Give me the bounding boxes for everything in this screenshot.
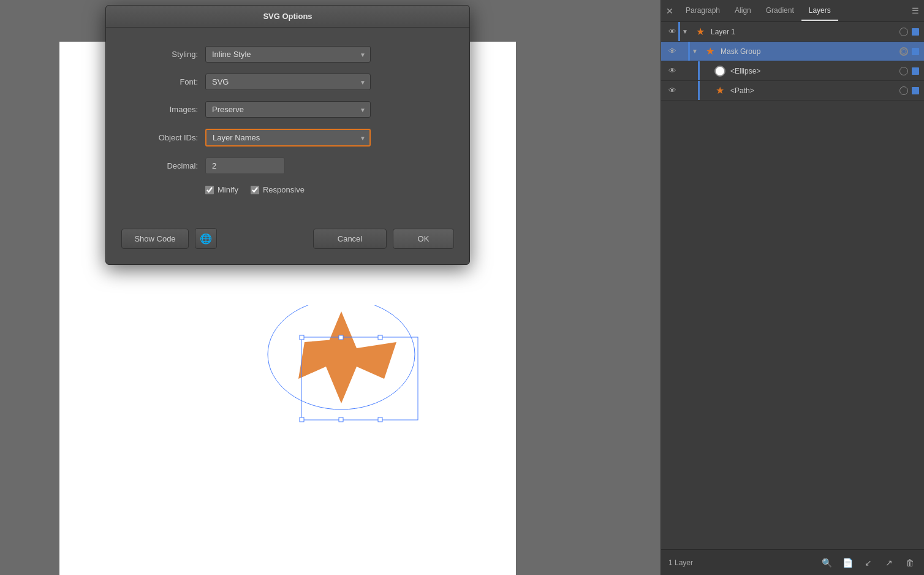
layer-target-circle-layer1[interactable] [899,28,908,36]
cancel-button[interactable]: Cancel [313,229,387,249]
layer-name-maskgroup: Mask Group [721,47,899,56]
layer-controls-layer1 [899,28,919,36]
object-ids-label: Object IDs: [131,133,198,142]
layer-item-maskgroup[interactable]: 👁 ▼ ★ Mask Group [661,42,924,61]
layer-color-square-maskgroup [912,48,919,55]
images-select[interactable]: Preserve [205,101,371,118]
svg-rect-7 [378,417,382,422]
blue-bar-ellipse [698,61,700,80]
images-row: Images: Preserve [131,101,445,118]
layer-thumb-maskgroup: ★ [703,45,717,58]
search-icon: 🔍 [822,558,832,568]
new-layer-icon: 📄 [843,558,853,568]
expand-arrow-maskgroup[interactable]: ▼ [690,47,700,56]
layers-panel: ✕ Paragraph Align Gradient Layers ☰ 👁 ▼ … [661,0,924,575]
tab-paragraph[interactable]: Paragraph [678,1,727,21]
move-up-button[interactable]: ↗ [882,556,896,569]
minify-label: Minify [218,185,238,194]
styling-label: Styling: [131,50,198,59]
layer-item-ellipse[interactable]: 👁 <Ellipse> [661,61,924,81]
svg-rect-5 [300,417,304,422]
font-select-wrapper: SVG [205,74,371,90]
visibility-icon-ellipse[interactable]: 👁 [666,65,678,77]
layer-color-square-ellipse [912,67,919,75]
star-icon-path: ★ [716,85,724,96]
visibility-icon-maskgroup[interactable]: 👁 [666,45,678,58]
images-select-wrapper: Preserve [205,101,371,118]
layer-controls-ellipse [899,67,919,75]
layer-item-path[interactable]: 👁 ★ <Path> [661,81,924,101]
svg-rect-2 [300,335,304,340]
minify-checkbox[interactable] [205,186,214,194]
dialog-body: Styling: Inline Style Font: SVG Imag [106,28,469,228]
responsive-checkbox-label[interactable]: Responsive [251,185,305,194]
layer-color-square-path [912,87,919,94]
panel-close-button[interactable]: ✕ [666,6,673,16]
object-ids-select-wrapper: Layer Names [205,129,371,147]
svg-rect-4 [378,335,382,340]
tab-align[interactable]: Align [727,1,759,21]
layer-target-circle-path[interactable] [899,86,908,95]
move-up-icon: ↗ [885,558,893,568]
font-select[interactable]: SVG [205,74,371,90]
layer-controls-maskgroup [899,47,919,56]
minify-checkbox-label[interactable]: Minify [205,185,238,194]
globe-button[interactable]: 🌐 [195,228,217,249]
layer-target-circle-maskgroup[interactable] [899,47,908,56]
new-layer-button[interactable]: 📄 [841,556,854,569]
canvas-artwork [262,305,421,428]
panel-footer: 1 Layer 🔍 📄 ↙ ↗ 🗑 [661,549,924,575]
styling-row: Styling: Inline Style [131,46,445,63]
search-button[interactable]: 🔍 [820,556,833,569]
svg-options-dialog: SVG Options Styling: Inline Style Font: … [105,5,470,265]
layer-controls-path [899,86,919,95]
show-code-button[interactable]: Show Code [121,229,189,249]
visibility-icon-layer1[interactable]: 👁 [666,26,678,38]
layer-color-square-layer1 [912,28,919,36]
object-ids-select[interactable]: Layer Names [205,129,371,147]
svg-rect-6 [339,417,343,422]
dialog-title: SVG Options [263,12,312,21]
checkboxes-row: Minify Responsive [205,185,445,194]
layer-item-layer1[interactable]: 👁 ▼ ★ Layer 1 [661,22,924,42]
tab-layers[interactable]: Layers [801,1,838,21]
dialog-overlay: SVG Options Styling: Inline Style Font: … [105,5,470,311]
layer-count: 1 Layer [668,558,693,567]
ellipse-thumbnail [714,66,725,77]
trash-icon: 🗑 [906,558,914,568]
styling-select-wrapper: Inline Style [205,46,371,63]
globe-icon: 🌐 [200,233,212,245]
responsive-label: Responsive [263,185,305,194]
layer-name-path: <Path> [730,86,899,95]
images-label: Images: [131,105,198,114]
styling-select[interactable]: Inline Style [205,46,371,63]
layer-target-circle-ellipse[interactable] [899,67,908,75]
star-icon-maskgroup: ★ [706,45,714,57]
layer-name-layer1: Layer 1 [711,28,899,36]
tab-gradient[interactable]: Gradient [759,1,801,21]
panel-menu-icon[interactable]: ☰ [912,6,919,15]
visibility-icon-path[interactable]: 👁 [666,85,678,97]
decimal-input[interactable]: 2 [205,158,285,174]
font-row: Font: SVG [131,74,445,90]
blue-bar-path [698,81,700,100]
layer-thumb-path: ★ [713,84,727,97]
panel-tabs: ✕ Paragraph Align Gradient Layers ☰ [661,0,924,22]
layer-name-ellipse: <Ellipse> [730,67,899,75]
object-ids-row: Object IDs: Layer Names [131,129,445,147]
dialog-titlebar: SVG Options [106,6,469,28]
star-icon-layer1: ★ [696,26,705,37]
ok-button[interactable]: OK [393,229,454,249]
expand-arrow-layer1[interactable]: ▼ [680,27,690,37]
responsive-checkbox[interactable] [251,186,259,194]
move-selection-button[interactable]: ↙ [862,556,875,569]
layer-thumb-ellipse [713,64,727,78]
decimal-label: Decimal: [131,161,198,170]
font-label: Font: [131,77,198,86]
delete-button[interactable]: 🗑 [903,556,917,569]
dialog-buttons: Show Code 🌐 Cancel OK [106,228,469,264]
svg-rect-3 [339,335,343,340]
layers-content: 👁 ▼ ★ Layer 1 👁 ▼ ★ Mask Group [661,22,924,549]
decimal-row: Decimal: 2 [131,158,445,174]
layer-thumb-layer1: ★ [694,25,707,39]
